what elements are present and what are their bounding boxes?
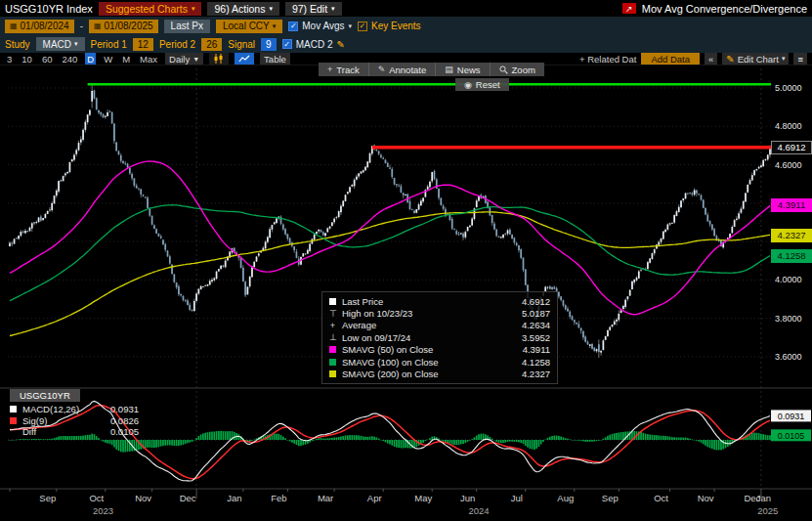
key-events-checkbox[interactable]: ✓ Key Events [358,21,421,31]
suggested-charts-button[interactable]: Suggested Charts ▾ [99,2,202,16]
period2-input[interactable]: 26 [201,38,222,51]
legend-label: SMAVG (50) on Close [342,344,433,355]
period1-label: Period 1 [91,39,127,50]
study-toolbar: Study MACD ▾ Period 1 12 Period 2 26 Sig… [0,35,812,53]
interval-button-10[interactable]: 10 [20,53,34,65]
study-label: Study [5,39,30,50]
interval-button-3[interactable]: 3 [5,53,14,65]
svg-text:Dec: Dec [180,493,196,503]
track-label: Track [336,65,359,75]
date-from-value: 01/08/2024 [21,21,69,31]
frequency-button-D[interactable]: D [85,53,96,65]
candle-chart-icon-button[interactable] [209,53,229,65]
macd2-checkbox[interactable]: ✓ MACD 2 ✎ [282,39,345,50]
edit-menu[interactable]: 97) Edit ▾ [285,2,342,16]
news-button[interactable]: ▤ News [436,63,490,76]
chevron-down-icon: ▾ [269,5,273,13]
add-data-input[interactable]: Add Data [641,53,700,65]
frequency-button-Max[interactable]: Max [138,53,159,65]
edit-chart-button[interactable]: ✎ Edit Chart ▾ [722,53,789,65]
legend-row: SMAVG (50) on Close4.3911 [329,344,550,356]
pencil-icon[interactable]: ✎ [336,39,344,50]
date-from-field[interactable]: ▦ 01/08/2024 [5,20,74,33]
legend-value: 4.2634 [522,320,550,330]
legend-row: +Average4.2634 [329,320,550,331]
annotate-button[interactable]: ✎ Annotate [369,63,437,76]
legend-value: 4.6912 [522,296,550,307]
line-chart-icon-button[interactable] [235,53,254,65]
chevron-down-icon: ▾ [782,55,786,63]
currency-dropdown[interactable]: Local CCY ▾ [216,20,282,33]
export-icon[interactable]: ↗ [622,3,636,14]
table-button[interactable]: Table [260,53,290,65]
collapse-button[interactable]: « [705,53,717,65]
svg-text:Sep: Sep [39,493,56,503]
macd-legend-row: Sig(9)0.0826 [10,415,139,427]
study-dropdown[interactable]: MACD ▾ [36,37,85,51]
candle-chart-icon [213,54,225,64]
interval-button-240[interactable]: 240 [60,53,79,65]
related-data-label[interactable]: + Related Dat [579,54,636,65]
annotate-label: Annotate [389,65,426,75]
chevron-down-icon: ▾ [192,5,195,13]
macd-legend-rows: MACD(12,26)0.0931Sig(9)0.0826Diff0.0105 [10,404,139,438]
edit-label: 97) Edit [292,3,327,15]
track-button[interactable]: + Track [319,63,369,76]
svg-text:Feb: Feb [271,493,286,503]
period1-input[interactable]: 12 [133,38,153,51]
zoom-label: Zoom [512,65,535,75]
frequency-button-W[interactable]: W [102,53,114,65]
reset-button[interactable]: ◉ Reset [455,78,509,91]
interval-buttons-group: 31060240 [5,53,79,65]
legend-value: 4.1258 [522,357,550,368]
line-chart-icon [238,54,250,64]
legend-swatch [329,370,336,377]
mov-avgs-checkbox[interactable]: ✓ Mov Avgs ▾ [288,21,352,31]
macd-label: MACD(12,26) [22,404,79,414]
frequency-button-M[interactable]: M [120,53,132,65]
macd-value: 0.0826 [110,415,139,426]
period2-label: Period 2 [159,39,195,50]
checkbox-checked-icon: ✓ [358,22,367,31]
legend-row: ⊤High on 10/23/235.0187 [329,307,550,319]
svg-text:Jan: Jan [756,493,771,503]
chevron-down-icon: ▾ [348,22,352,30]
legend-row: Last Price4.6912 [329,295,550,307]
period-dropdown[interactable]: Daily ▼ [165,53,203,65]
chart-overlay-toolbar: + Track ✎ Annotate ▤ News Zoom [319,63,544,76]
security-title: USGG10YR Index [5,3,93,15]
date-to-field[interactable]: ▦ 01/08/2025 [89,20,158,33]
macd-panel-tab[interactable]: USGG10YR [10,389,80,402]
y-axis-label: 3.6000 [775,352,802,362]
y-axis-label: 4.6000 [775,160,802,170]
date-to-value: 01/08/2025 [105,21,153,31]
edit-chart-label: Edit Chart [738,54,779,65]
legend-label: High on 10/23/23 [342,308,412,319]
macd-legend: USGG10YR MACD(12,26)0.0931Sig(9)0.0826Di… [10,389,139,438]
legend-marker-avg: + [329,321,336,330]
zoom-button[interactable]: Zoom [491,63,544,76]
menu-icon[interactable]: ≡ [793,53,807,65]
actions-menu[interactable]: 96) Actions ▾ [207,2,278,16]
legend-row: SMAVG (200) on Close4.2327 [329,368,550,379]
svg-text:Aug: Aug [557,493,574,503]
price-badge: 4.2327 [771,229,812,242]
function-title: Mov Avg Convergence/Divergence [642,3,807,15]
signal-input[interactable]: 9 [261,38,277,51]
legend-swatch [329,359,336,366]
last-px-button[interactable]: Last Px [164,20,210,33]
legend-value: 5.0187 [522,308,550,319]
checkbox-checked-icon: ✓ [288,22,298,31]
svg-text:Jan: Jan [227,493,241,503]
date-range-dash: - [80,21,83,31]
legend-swatch [329,298,336,305]
macd-swatch [10,417,17,424]
period-value: Daily [169,54,190,65]
svg-text:Mar: Mar [318,493,333,503]
pencil-icon: ✎ [378,65,386,74]
interval-button-60[interactable]: 60 [40,53,55,65]
legend-label: Average [342,320,376,330]
svg-text:Jul: Jul [511,493,523,503]
mov-avgs-label: Mov Avgs [302,21,344,31]
magnifier-icon [499,65,508,74]
